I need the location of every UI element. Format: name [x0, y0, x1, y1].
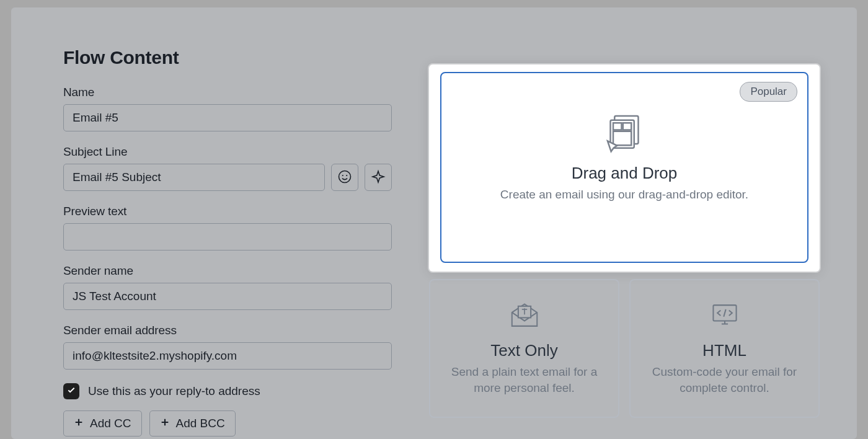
highlight-wrapper: Popular Drag and Drop Creat [429, 64, 820, 272]
page-surface: Flow Content Name Subject Line [11, 7, 857, 439]
svg-point-2 [346, 174, 347, 175]
sender-name-input[interactable] [63, 283, 392, 310]
field-subject-line: Subject Line [63, 145, 392, 191]
reply-to-checkbox[interactable] [63, 383, 79, 399]
ai-assist-button[interactable] [365, 164, 392, 191]
content-type-html[interactable]: HTML Custom-code your email for complete… [629, 279, 820, 418]
add-bcc-label: Add BCC [176, 417, 225, 430]
preview-text-label: Preview text [63, 205, 392, 218]
field-sender-name: Sender name [63, 264, 392, 310]
sparkle-icon [371, 169, 386, 186]
text-only-desc: Send a plain text email for a more perso… [430, 364, 618, 396]
add-cc-label: Add CC [90, 417, 131, 430]
check-icon [66, 385, 76, 397]
text-only-title: Text Only [430, 341, 618, 360]
subject-line-label: Subject Line [63, 145, 392, 159]
content-type-text-only[interactable]: Text Only Send a plain text email for a … [429, 279, 619, 418]
subject-line-input[interactable] [63, 164, 325, 191]
content-type-drag-drop[interactable]: Popular Drag and Drop Creat [440, 72, 808, 263]
sender-email-label: Sender email address [63, 324, 392, 337]
preview-text-input[interactable] [63, 223, 392, 251]
sender-name-label: Sender name [63, 264, 392, 278]
text-only-envelope-icon [430, 299, 618, 332]
emoji-picker-button[interactable] [331, 164, 358, 191]
popular-badge: Popular [740, 82, 797, 102]
reply-to-label: Use this as your reply-to address [88, 384, 260, 398]
content-type-column: Popular Drag and Drop Creat [429, 47, 820, 439]
field-name: Name [63, 86, 392, 131]
svg-point-1 [342, 174, 343, 175]
drag-drop-desc: Create an email using our drag-and-drop … [441, 187, 807, 203]
page-title: Flow Content [63, 47, 392, 68]
name-label: Name [63, 86, 392, 99]
html-monitor-icon [631, 299, 818, 332]
sender-email-input[interactable] [63, 342, 392, 370]
smile-icon [337, 169, 352, 186]
form-column: Flow Content Name Subject Line [63, 47, 392, 439]
drag-drop-editor-icon [441, 110, 807, 155]
html-title: HTML [631, 341, 818, 360]
reply-to-row: Use this as your reply-to address [63, 383, 392, 399]
field-sender-email: Sender email address [63, 324, 392, 370]
name-input[interactable] [63, 104, 392, 131]
svg-point-0 [339, 171, 351, 182]
drag-drop-title: Drag and Drop [441, 164, 807, 183]
field-preview-text: Preview text [63, 205, 392, 251]
add-bcc-button[interactable]: Add BCC [149, 410, 236, 437]
plus-icon [74, 417, 84, 430]
html-desc: Custom-code your email for complete cont… [631, 364, 818, 396]
add-cc-button[interactable]: Add CC [63, 410, 142, 437]
plus-icon [160, 417, 170, 430]
